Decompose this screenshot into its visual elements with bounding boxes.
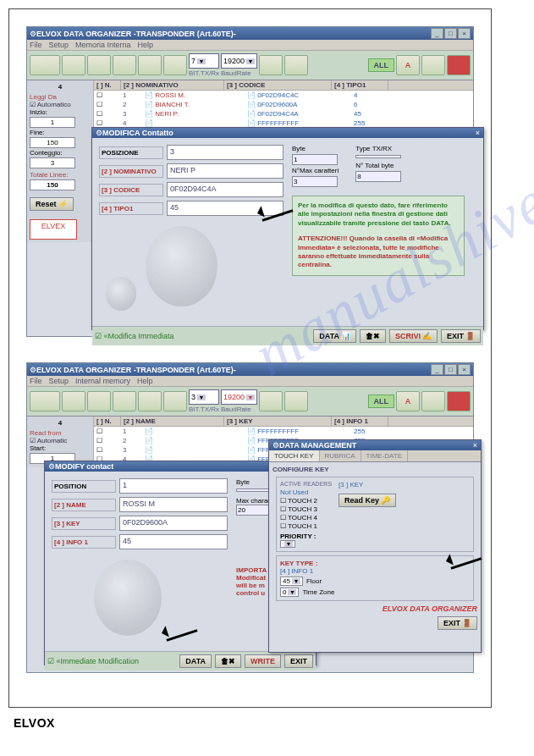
cod-input[interactable]: 0F02D94C4A (167, 182, 284, 197)
touch4-check[interactable]: ☐ TOUCH 4 (280, 514, 332, 521)
dialog-titlebar: ⚙ MODIFICA Contatto× (92, 128, 483, 138)
bittx-combo[interactable]: 7▼ (189, 53, 219, 69)
toolbar-btn-7[interactable] (259, 55, 283, 75)
close-button[interactable]: × (458, 364, 471, 375)
toolbar-btn-2[interactable] (62, 391, 85, 411)
menu-help[interactable]: Help (138, 41, 154, 49)
count-input[interactable]: 3 (30, 157, 75, 168)
menu-memory[interactable]: Internal memory (75, 377, 130, 385)
tipo-input[interactable]: 45 (167, 201, 284, 216)
toolbar-btn-3[interactable] (87, 55, 111, 75)
maximize-button[interactable]: □ (444, 28, 457, 39)
toolbar-btn-3[interactable] (87, 391, 111, 411)
data-button[interactable]: DATA (179, 654, 212, 668)
toolbar-btn-ac[interactable]: A (396, 391, 420, 411)
toolbar-btn-9[interactable] (421, 55, 445, 75)
baudrate-combo[interactable]: 19200▼ (221, 389, 257, 405)
table-row[interactable]: ☐3📄 NERI P.📄 0F02D94C4A45 (94, 109, 473, 119)
menu-file[interactable]: File (30, 377, 42, 385)
floor-select[interactable]: 45▼ (280, 577, 303, 586)
col-n[interactable]: [ ] N. (94, 80, 121, 90)
tab-rubrica[interactable]: RUBRICA (320, 450, 361, 461)
table-row[interactable]: ☐1📄 📄 FFFFFFFFFF255 (94, 427, 473, 436)
toolbar-btn-2[interactable] (62, 55, 85, 75)
auto-checkbox[interactable]: ☑ Automatico (30, 101, 91, 108)
start-input[interactable]: 1 (30, 117, 75, 128)
dialog-close[interactable]: × (476, 129, 480, 137)
name-input[interactable]: ROSSI M (119, 497, 228, 512)
col-cod[interactable]: [3 ] CODICE (224, 80, 332, 90)
toolbar-btn-power[interactable] (447, 55, 471, 75)
nom-input[interactable]: NERI P (167, 163, 284, 179)
col-key[interactable]: [3 ] KEY (224, 417, 332, 426)
touch1-check[interactable]: ☐ TOUCH 1 (280, 522, 332, 530)
priority-select[interactable]: ▼ (280, 540, 295, 548)
minimize-button[interactable]: _ (431, 28, 443, 39)
toolbar-btn-5[interactable] (138, 391, 162, 411)
dm-exit-button[interactable]: EXIT 🚪 (438, 616, 477, 630)
toolbar-btn-4[interactable] (113, 55, 136, 75)
toolbar-btn-8[interactable] (284, 391, 308, 411)
delete-button[interactable]: 🗑✖ (215, 654, 241, 668)
menubar: FileSetupMemoria InternaHelp (27, 40, 473, 51)
toolbar-btn-4[interactable] (113, 391, 136, 411)
toolbar-btn-9[interactable] (421, 391, 445, 411)
close-button[interactable]: × (458, 28, 471, 39)
col-tipo[interactable]: [4 ] TIPO1 (332, 80, 388, 90)
write-button[interactable]: SCRIVI ✍ (389, 329, 438, 343)
touch2-check[interactable]: ☐ TOUCH 2 (280, 497, 332, 505)
baudrate-combo[interactable]: 19200▼ (221, 53, 257, 69)
bittx-combo[interactable]: 3▼ (189, 389, 219, 405)
menu-help[interactable]: Help (137, 377, 153, 385)
toolbar-btn-6[interactable] (163, 391, 187, 411)
menu-setup[interactable]: Setup (49, 41, 69, 49)
toolbar-btn-6[interactable] (163, 55, 187, 75)
maximize-button[interactable]: □ (444, 364, 457, 375)
toolbar-btn-1[interactable] (30, 55, 60, 75)
col-n[interactable]: [ ] N. (94, 417, 121, 426)
toolbar-btn-8[interactable] (284, 55, 308, 75)
col-info[interactable]: [4 ] INFO 1 (332, 417, 388, 426)
tab-touchkey[interactable]: TOUCH KEY (269, 450, 320, 461)
auto-checkbox[interactable]: ☑ Automatic (30, 437, 91, 444)
info-label: [4 ] INFO 1 (52, 536, 116, 549)
dm-close[interactable]: × (473, 441, 477, 450)
touch3-check[interactable]: ☐ TOUCH 3 (280, 505, 332, 513)
info-input[interactable]: 45 (119, 534, 228, 549)
menu-file[interactable]: File (30, 41, 42, 49)
toolbar-btn-7[interactable] (259, 391, 283, 411)
toolbar-btn-1[interactable] (30, 391, 60, 411)
titlebar: ⚙ ELVOX DATA ORGANIZER -TRANSPONDER (Art… (27, 27, 473, 40)
key-input[interactable]: 0F02D9600A (119, 516, 228, 531)
table-row[interactable]: ☐1📄 ROSSI M.📄 0F02D94C4C4 (94, 91, 473, 100)
immediate-checkbox[interactable]: ☑ «Immediate Modification (47, 657, 139, 665)
tab-timedate[interactable]: TIME-DATE (361, 450, 409, 461)
count-label: Conteggio: (30, 149, 91, 157)
table-row[interactable]: ☐2📄 BIANCHI T.📄 0F02D9600A6 (94, 100, 473, 109)
all-button[interactable]: ALL (368, 58, 395, 72)
col-nom[interactable]: [2 ] NOMINATIVO (121, 80, 224, 90)
toolbar-btn-5[interactable] (138, 55, 162, 75)
toolbar-btn-ac[interactable]: A (396, 55, 420, 75)
window-title: ELVOX DATA ORGANIZER -TRANSPONDER (Art.6… (36, 366, 431, 374)
timezone-select[interactable]: 0▼ (280, 588, 299, 597)
key-label: [3 ] KEY (52, 517, 116, 530)
delete-button[interactable]: 🗑✖ (360, 329, 386, 343)
minimize-button[interactable]: _ (431, 364, 443, 375)
pos-input[interactable]: 1 (119, 478, 228, 494)
toolbar-btn-power[interactable] (447, 391, 471, 411)
write-button[interactable]: WRITE (245, 654, 281, 668)
col-name[interactable]: [2 ] NAME (121, 417, 224, 426)
read-key-button[interactable]: Read Key 🔑 (339, 494, 396, 507)
end-input[interactable]: 150 (30, 137, 75, 148)
data-button[interactable]: DATA 📊 (313, 329, 356, 343)
all-button[interactable]: ALL (368, 395, 395, 408)
immediate-checkbox[interactable]: ☑ «Modifica Immediata (95, 332, 174, 340)
pos-input[interactable]: 3 (167, 145, 284, 160)
reset-button[interactable]: Reset ⚡ (30, 197, 74, 211)
bittx-label: BIT.TX/Rx (189, 69, 219, 77)
menu-memory[interactable]: Memoria Interna (75, 41, 131, 49)
exit-button[interactable]: EXIT 🚪 (441, 329, 481, 343)
exit-button[interactable]: EXIT (284, 654, 313, 668)
menu-setup[interactable]: Setup (49, 377, 69, 385)
